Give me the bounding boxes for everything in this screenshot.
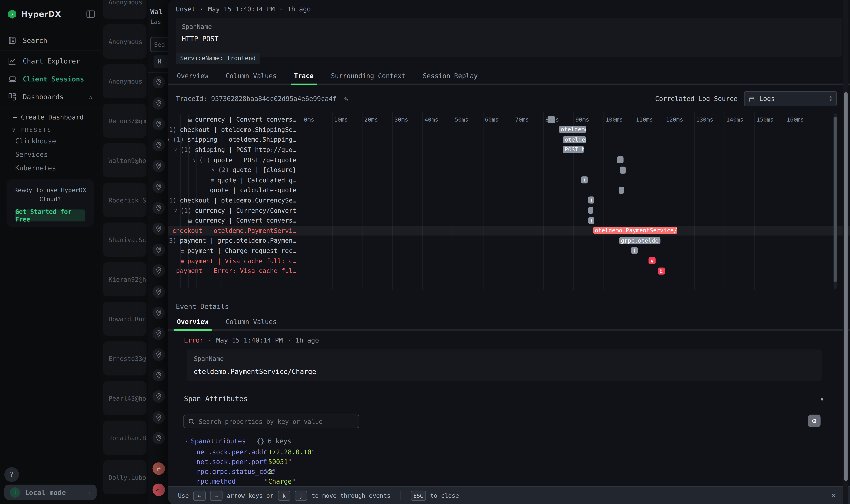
attribute-row[interactable]: net.sock.peer.addr"172.28.0.10" [196,447,315,457]
span-tree-label[interactable]: ∨(1)checkout | oteldemo.ShippingSe… [168,125,302,134]
close-icon[interactable]: ✕ [832,491,836,499]
location-pin-icon[interactable] [152,369,165,382]
location-pin-icon[interactable] [152,348,165,361]
location-pin-icon[interactable] [152,432,165,445]
tab-trace[interactable]: Trace [293,69,314,85]
session-card[interactable]: Walton9@ho [103,143,146,178]
location-pin-icon[interactable] [152,265,165,277]
session-card[interactable]: Anonymous [103,0,146,19]
local-mode-button[interactable]: U Local mode › [4,485,97,500]
get-started-button[interactable]: Get Started for Free [15,210,85,221]
span-tree-label[interactable]: ∨(1)currency | Currency/Convert [168,205,302,215]
log-source-select[interactable]: Logs ∧∨ [744,91,837,106]
session-card[interactable]: Anonymous [103,24,146,59]
attribute-row[interactable]: net.sock.peer.port"50051" [196,457,292,467]
location-pin-icon[interactable] [152,76,165,89]
session-card[interactable]: Dolly.Lubo [103,460,146,494]
location-pin-icon[interactable] [152,139,165,151]
span-tree-label[interactable]: ▤payment | Charge request rec… [168,246,302,256]
span-bar[interactable] [620,166,626,173]
collapse-section-icon[interactable]: ∧ [820,396,824,403]
location-pin-icon[interactable] [152,97,165,109]
span-tree-label[interactable]: ▤currency | Convert convers… [168,215,302,226]
kbd-←[interactable]: ← [193,490,205,501]
location-pin-icon[interactable] [152,306,165,319]
preset-kubernetes[interactable]: Kubernetes [0,161,101,175]
location-pin-icon[interactable] [152,286,165,298]
span-bar[interactable]: ( [581,177,587,183]
span-bar[interactable] [619,186,624,193]
span-bar[interactable] [548,116,555,123]
event-tab-overview[interactable]: Overview [176,315,209,331]
preset-services[interactable]: Services [0,147,101,161]
span-tree-label[interactable]: ∨(1)checkout | oteldemo.PaymentServi… [168,226,302,236]
create-dashboard-button[interactable]: + Create Dashboard [0,108,101,122]
waterfall-scrollbar-track[interactable] [834,113,837,289]
event-tab-column-values[interactable]: Column Values [224,315,278,331]
location-pin-icon[interactable] [152,327,165,340]
span-bar[interactable]: POST ht [563,146,584,153]
kbd-k[interactable]: k [278,490,290,501]
session-card[interactable]: Roderick_S [103,183,146,217]
span-tree-label[interactable]: ∨(1)shipping | oteldemo.Shipping… [168,134,302,145]
service-name-chip[interactable]: ServiceName: frontend [176,53,260,64]
swap-arrows-icon[interactable]: ⇄ [152,462,165,475]
session-card[interactable]: Deion37@gm [103,104,146,138]
span-tree-label[interactable]: ▤currency | Convert convers… [168,114,302,125]
preset-clickhouse[interactable]: Clickhouse [0,134,101,148]
tab-surrounding-context[interactable]: Surrounding Context [330,69,406,85]
span-bar[interactable]: ( [589,197,595,203]
span-bar[interactable]: oteldem [563,136,586,143]
span-bar[interactable]: ( [589,217,595,224]
help-button[interactable]: ? [4,467,19,482]
sidebar-item-chart-explorer[interactable]: Chart Explorer [0,52,101,70]
session-card[interactable]: Kieran92@h [103,262,146,296]
attribute-row[interactable]: rpc.method"Charge" [196,476,295,486]
kbd-→[interactable]: → [210,490,222,501]
tab-column-values[interactable]: Column Values [224,69,278,85]
span-bar[interactable]: grpc.oteldemo. [619,237,661,244]
span-bar[interactable]: oteldemo.PaymentService/Char [593,227,677,234]
span-attributes-root[interactable]: ▾ SpanAttributes {} 6 keys [185,437,291,445]
span-tree-label[interactable]: ∨(3)payment | grpc.oteldemo.Paymen… [168,236,302,246]
sidebar-item-dashboards[interactable]: Dashboards∧ [0,88,101,106]
location-pin-icon[interactable] [152,411,165,424]
location-pin-icon[interactable] [152,390,165,403]
waterfall-scrollbar-thumb[interactable] [834,117,837,282]
span-tree-label[interactable]: ▤payment | Visa cache full: c… [168,256,302,266]
location-pin-icon[interactable] [152,181,165,193]
attribute-row[interactable]: rpc.grpc.status_code"2" [196,467,276,476]
tab-session-replay[interactable]: Session Replay [422,69,479,85]
collapse-sidebar-icon[interactable] [86,10,95,18]
kbd-j[interactable]: j [295,490,307,501]
span-tree-label[interactable]: quote | calculate-quote [168,185,302,195]
span-tree-label[interactable]: payment | Error: Visa cache ful… [168,266,302,276]
span-bar[interactable] [617,156,623,163]
span-tree-label[interactable]: ∨(1)checkout | oteldemo.CurrencySe… [168,195,302,205]
terminal-icon[interactable]: >_ [152,484,165,496]
tab-overview[interactable]: Overview [176,69,209,85]
modal-scrollbar-thumb[interactable] [844,92,848,481]
presets-header[interactable]: ∨PRESETS [0,122,101,134]
location-pin-icon[interactable] [152,118,165,130]
sidebar-item-client-sessions[interactable]: Client Sessions [0,70,101,88]
span-tree-label[interactable]: ∨(1)quote | POST /getquote [168,155,302,165]
session-card[interactable]: Shaniya.Sc [103,222,146,257]
span-bar[interactable]: oteldemo. [559,126,586,133]
location-pin-icon[interactable] [152,202,165,214]
span-tree-label[interactable]: ▤quote | Calculated q… [168,175,302,185]
attributes-search-input[interactable]: Search properties by key or value [183,415,359,428]
location-pin-icon[interactable] [152,222,165,235]
span-tree-label[interactable]: ∨(2)quote | {closure} [168,165,302,175]
underlay-button[interactable]: H [153,55,168,68]
session-card[interactable]: Ernesto33@ [103,341,146,376]
span-bar[interactable]: ( [631,247,637,254]
kbd-esc[interactable]: ESC [411,490,426,501]
gear-icon[interactable]: ⚙ [808,415,820,427]
location-pin-icon[interactable] [152,244,165,256]
session-card[interactable]: Jonathan.B [103,421,146,455]
span-bar[interactable]: E [658,267,665,274]
location-pin-icon[interactable] [152,160,165,172]
edit-icon[interactable]: ✎ [344,95,348,103]
session-card[interactable]: Pearl43@ho [103,381,146,415]
